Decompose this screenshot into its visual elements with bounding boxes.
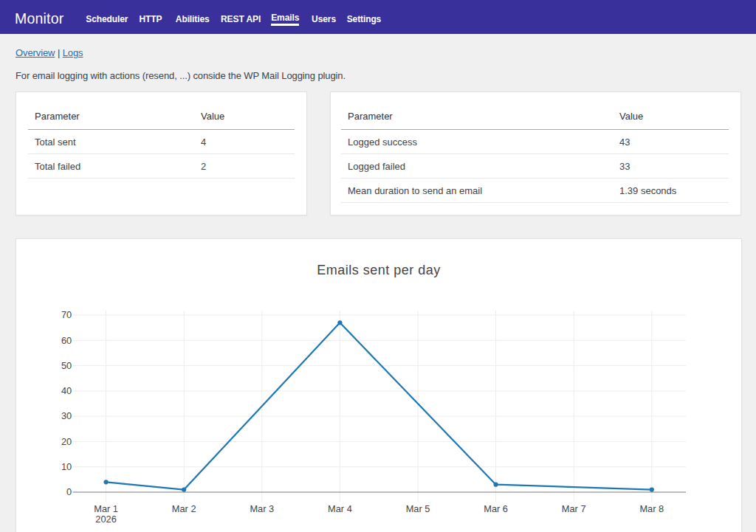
svg-text:Mar 7: Mar 7: [562, 503, 586, 514]
svg-text:10: 10: [61, 461, 72, 472]
svg-text:Mar 6: Mar 6: [484, 503, 508, 514]
svg-text:Mar 1: Mar 1: [94, 503, 118, 514]
svg-text:40: 40: [61, 385, 72, 396]
svg-text:Mar 3: Mar 3: [250, 503, 274, 514]
svg-text:0: 0: [66, 486, 72, 497]
svg-text:Mar 4: Mar 4: [328, 503, 352, 514]
svg-text:Mar 2: Mar 2: [172, 503, 196, 514]
svg-text:20: 20: [61, 436, 72, 447]
svg-text:60: 60: [61, 335, 72, 346]
svg-text:70: 70: [61, 309, 72, 320]
svg-text:Emails sent per day: Emails sent per day: [317, 263, 441, 277]
svg-text:Mar 5: Mar 5: [406, 503, 430, 514]
svg-text:30: 30: [61, 410, 72, 421]
svg-text:2026: 2026: [95, 514, 116, 525]
svg-text:50: 50: [61, 360, 72, 371]
svg-text:Mar 8: Mar 8: [639, 503, 664, 514]
